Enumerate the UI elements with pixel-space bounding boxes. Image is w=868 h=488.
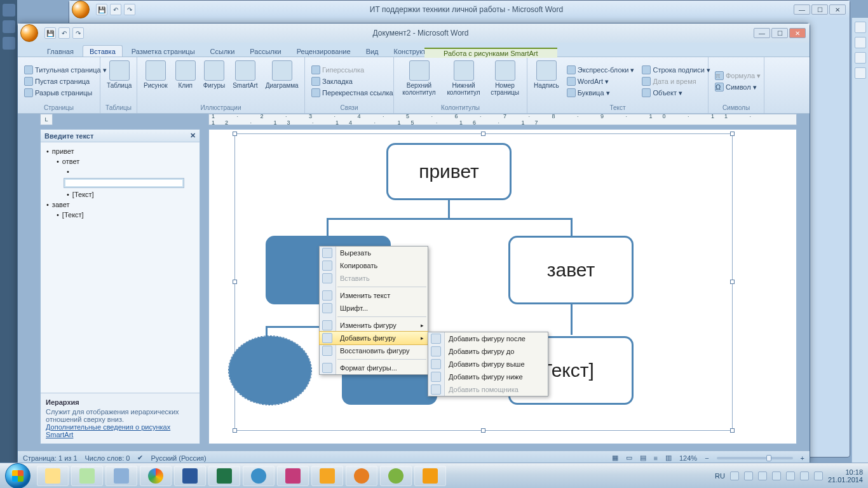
- hyperlink-button[interactable]: Гиперссылка: [309, 65, 396, 75]
- ctx-copy[interactable]: Копировать: [320, 259, 428, 272]
- tab-mail[interactable]: Рассылки: [243, 46, 287, 57]
- symbol-button[interactable]: ΩСимвол ▾: [712, 82, 763, 92]
- sub-add-below[interactable]: Добавить фигуру ниже: [428, 370, 548, 383]
- shapes-button[interactable]: Фигуры: [201, 59, 227, 104]
- wordart-button[interactable]: WordArt ▾: [564, 76, 637, 86]
- ctx-reset-shape[interactable]: Восстановить фигуру: [320, 344, 428, 357]
- taskbar-app[interactable]: [414, 466, 446, 486]
- tab-view[interactable]: Вид: [360, 46, 385, 57]
- taskbar-app[interactable]: [71, 466, 103, 486]
- office-orb-icon[interactable]: [20, 24, 38, 42]
- textpane-edit-input[interactable]: [64, 178, 184, 188]
- dropcap-button[interactable]: Буквица ▾: [564, 88, 637, 98]
- view-printlayout-icon[interactable]: ▦: [612, 454, 618, 462]
- ctx-font[interactable]: Шрифт...: [320, 302, 428, 315]
- tray-icon[interactable]: [730, 471, 739, 480]
- smartart-button[interactable]: SmartArt: [230, 59, 260, 104]
- view-reading-icon[interactable]: ▭: [626, 454, 632, 462]
- table-button[interactable]: Таблица: [104, 59, 134, 104]
- sub-add-before[interactable]: Добавить фигуру до: [428, 345, 548, 358]
- list-item[interactable]: •[Текст]: [43, 189, 197, 200]
- close-button[interactable]: ✕: [789, 28, 806, 38]
- header-button[interactable]: Верхний колонтитул: [398, 59, 440, 104]
- picture-button[interactable]: Рисунок: [141, 59, 170, 104]
- ruler-horizontal[interactable]: 1 · 2 · 3 · 4 · 5 · 6 · 7 · 8 · 9 · 10 ·…: [208, 114, 797, 125]
- qat-undo-icon[interactable]: ↶: [58, 27, 70, 39]
- tray-bluetooth-icon[interactable]: [772, 471, 781, 480]
- office-orb-icon[interactable]: [72, 1, 90, 18]
- smartart-frame[interactable]: привет завет Текст] Вырезать Копировать …: [234, 133, 733, 431]
- smartart-node[interactable]: завет: [508, 236, 634, 304]
- title-page-button[interactable]: Титульная страница ▾: [22, 65, 109, 75]
- page-break-button[interactable]: Разрыв страницы: [22, 88, 109, 98]
- taskbar-word[interactable]: [174, 466, 206, 486]
- resize-handle[interactable]: [233, 280, 237, 284]
- textbox-button[interactable]: Надпись: [531, 59, 562, 104]
- zoom-in-button[interactable]: +: [801, 454, 804, 462]
- chart-button[interactable]: Диаграмма: [263, 59, 301, 104]
- resize-handle[interactable]: [730, 428, 735, 433]
- view-web-icon[interactable]: ▤: [640, 454, 646, 462]
- list-item[interactable]: •[Текст]: [43, 210, 197, 220]
- sigline-button[interactable]: Строка подписи ▾: [639, 65, 712, 75]
- zoom-slider[interactable]: [717, 457, 793, 459]
- ctx-add-shape[interactable]: Добавить фигуру▸: [319, 331, 428, 345]
- back-close-button[interactable]: ✕: [829, 4, 846, 15]
- tray-volume-icon[interactable]: [800, 471, 809, 480]
- express-button[interactable]: Экспресс-блоки ▾: [564, 65, 637, 75]
- taskbar-excel[interactable]: [208, 466, 240, 486]
- qat-undo-icon[interactable]: ↶: [110, 4, 121, 15]
- tab-layout[interactable]: Разметка страницы: [125, 46, 201, 57]
- qat-redo-icon[interactable]: ↷: [124, 4, 135, 15]
- tab-insert[interactable]: Вставка: [83, 45, 123, 57]
- tab-review[interactable]: Рецензирование: [290, 46, 357, 57]
- ctx-format-shape[interactable]: Формат фигуры...: [320, 362, 428, 374]
- object-button[interactable]: Объект ▾: [639, 88, 712, 98]
- taskbar-chrome[interactable]: [140, 466, 172, 486]
- smartart-node[interactable]: привет: [386, 143, 512, 200]
- tray-icon[interactable]: [744, 471, 753, 480]
- resize-handle[interactable]: [730, 132, 735, 136]
- tab-links[interactable]: Ссылки: [204, 46, 241, 57]
- tab-home[interactable]: Главная: [41, 46, 80, 57]
- formula-button[interactable]: πФормула ▾: [712, 71, 763, 81]
- smartart-node-selected[interactable]: [229, 336, 311, 405]
- status-lang[interactable]: Русский (Россия): [151, 454, 206, 462]
- tray-battery-icon[interactable]: [814, 471, 823, 480]
- sub-add-after[interactable]: Добавить фигуру после: [428, 332, 548, 345]
- tray-lang[interactable]: RU: [715, 472, 725, 480]
- datetime-button[interactable]: Дата и время: [639, 76, 712, 86]
- tray-icon[interactable]: [758, 471, 767, 480]
- tray-network-icon[interactable]: [786, 471, 795, 480]
- document-canvas[interactable]: привет завет Текст] Вырезать Копировать …: [208, 129, 797, 444]
- back-maximize-button[interactable]: ☐: [811, 4, 828, 15]
- zoom-thumb[interactable]: [766, 455, 771, 461]
- clip-button[interactable]: Клип: [173, 59, 198, 104]
- resize-handle[interactable]: [481, 428, 485, 433]
- resize-handle[interactable]: [481, 132, 485, 136]
- resize-handle[interactable]: [233, 428, 237, 433]
- taskbar-app[interactable]: [311, 466, 343, 486]
- start-button[interactable]: [5, 463, 31, 489]
- view-draft-icon[interactable]: ▥: [665, 454, 672, 462]
- resize-handle[interactable]: [233, 132, 237, 136]
- list-item[interactable]: •: [43, 166, 197, 177]
- taskbar-app[interactable]: [243, 466, 275, 486]
- taskbar-app[interactable]: [277, 466, 309, 486]
- status-page[interactable]: Страница: 1 из 1: [23, 454, 78, 462]
- status-words[interactable]: Число слов: 0: [85, 454, 130, 462]
- back-minimize-button[interactable]: —: [794, 4, 810, 15]
- view-outline-icon[interactable]: ≡: [654, 454, 658, 462]
- qat-save-icon[interactable]: 💾: [96, 4, 107, 15]
- ctx-change-shape[interactable]: Изменить фигуру▸: [320, 319, 428, 332]
- textpane-close-icon[interactable]: ✕: [190, 132, 196, 140]
- taskbar-app[interactable]: [380, 466, 412, 486]
- xref-button[interactable]: Перекрестная ссылка: [309, 88, 396, 98]
- maximize-button[interactable]: ☐: [771, 28, 788, 38]
- tray-clock[interactable]: 10:1821.01.2014: [828, 468, 863, 484]
- list-item[interactable]: •ответ: [43, 156, 197, 166]
- list-item[interactable]: •завет: [43, 200, 197, 210]
- blank-page-button[interactable]: Пустая страница: [22, 76, 109, 86]
- ruler-corner[interactable]: L: [40, 114, 53, 125]
- qat-redo-icon[interactable]: ↷: [72, 27, 84, 39]
